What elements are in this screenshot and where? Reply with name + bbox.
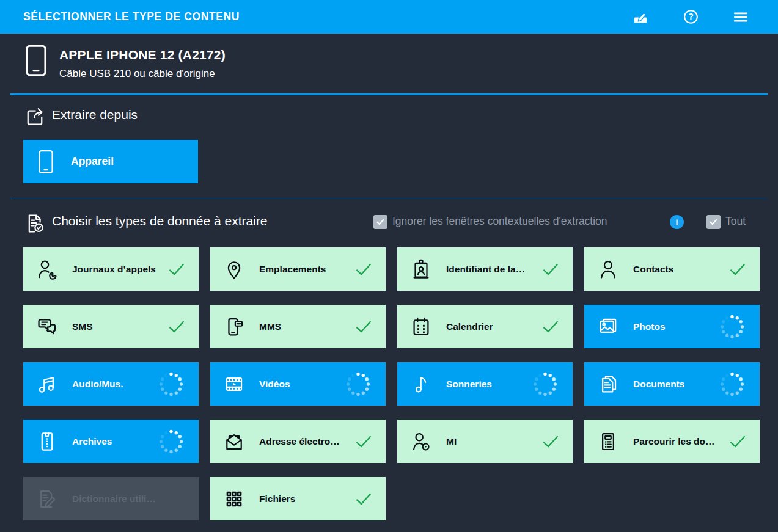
videos-icon bbox=[222, 373, 246, 396]
check-icon bbox=[168, 319, 185, 334]
check-icon bbox=[542, 434, 559, 449]
call-log-icon bbox=[35, 258, 59, 281]
files-icon bbox=[222, 487, 246, 511]
export-icon bbox=[23, 106, 46, 129]
loading-spinner bbox=[531, 370, 559, 398]
tile-dictionary: Dictionnaire utili… bbox=[23, 477, 199, 520]
browse-docs-icon bbox=[596, 430, 620, 453]
title-bar-actions: ? bbox=[631, 8, 750, 26]
loading-spinner bbox=[718, 370, 746, 398]
tile-label: SMS bbox=[72, 321, 93, 332]
device-id-icon bbox=[409, 258, 433, 281]
device-name: APPLE IPHONE 12 (A2172) bbox=[59, 48, 226, 62]
info-icon[interactable]: i bbox=[670, 215, 684, 229]
check-icon bbox=[729, 434, 746, 449]
check-icon bbox=[355, 262, 372, 277]
tile-label: Parcourir les do… bbox=[633, 436, 715, 447]
content-type-grid: Journaux d’appels Emplacements Identifia… bbox=[23, 247, 760, 520]
email-icon bbox=[222, 430, 246, 453]
tile-label: Dictionnaire utili… bbox=[72, 494, 156, 505]
tile-archives[interactable]: Archives bbox=[23, 420, 199, 463]
menu-icon[interactable] bbox=[732, 8, 750, 26]
photos-icon bbox=[596, 315, 620, 338]
check-icon bbox=[355, 434, 372, 449]
smartphone-icon bbox=[24, 43, 48, 78]
contacts-icon bbox=[596, 258, 620, 281]
check-icon bbox=[542, 319, 559, 334]
check-icon bbox=[542, 262, 559, 277]
tile-label: Vidéos bbox=[259, 379, 290, 390]
dictionary-icon bbox=[35, 487, 59, 511]
loading-spinner bbox=[344, 370, 372, 398]
smartphone-icon bbox=[37, 149, 55, 175]
svg-text:?: ? bbox=[688, 12, 694, 21]
tile-label: Contacts bbox=[633, 264, 673, 275]
loading-spinner bbox=[157, 370, 185, 398]
tile-documents[interactable]: Documents bbox=[584, 362, 760, 406]
tile-label: Sonneries bbox=[446, 379, 492, 390]
check-icon bbox=[729, 262, 746, 277]
documents-icon bbox=[596, 373, 620, 396]
tile-photos[interactable]: Photos bbox=[584, 305, 760, 348]
mms-icon bbox=[222, 315, 246, 338]
tile-files[interactable]: Fichiers bbox=[210, 477, 386, 520]
tile-contacts[interactable]: Contacts bbox=[584, 247, 760, 291]
help-icon[interactable]: ? bbox=[681, 8, 700, 26]
section-divider bbox=[10, 93, 768, 95]
check-icon bbox=[168, 262, 185, 277]
ringtones-icon bbox=[409, 373, 433, 396]
calendar-icon bbox=[409, 315, 433, 338]
title-bar: SÉLECTIONNER LE TYPE DE CONTENU ? bbox=[0, 0, 778, 34]
tile-label: Journaux d’appels bbox=[72, 264, 156, 275]
tile-call-log[interactable]: Journaux d’appels bbox=[23, 247, 199, 291]
tile-browse-docs[interactable]: Parcourir les do… bbox=[584, 420, 760, 463]
tile-label: Documents bbox=[633, 379, 684, 390]
source-device-label: Appareil bbox=[71, 155, 114, 168]
loading-spinner bbox=[718, 313, 746, 341]
tile-audio[interactable]: Audio/Mus. bbox=[23, 362, 199, 406]
tile-label: Photos bbox=[633, 321, 666, 332]
tile-mms[interactable]: MMS bbox=[210, 305, 386, 348]
tile-calendar[interactable]: Calendrier bbox=[397, 305, 573, 348]
write-report-icon[interactable] bbox=[631, 8, 650, 26]
tile-im[interactable]: MI bbox=[397, 420, 573, 463]
tile-label: Identifiant de la… bbox=[446, 264, 525, 275]
source-device-button[interactable]: Appareil bbox=[23, 140, 198, 183]
ignore-popups-checkbox[interactable] bbox=[373, 215, 387, 229]
section-divider bbox=[10, 199, 768, 199]
sms-icon bbox=[35, 315, 59, 338]
extract-from-heading: Extraire depuis bbox=[52, 107, 138, 122]
location-icon bbox=[222, 258, 246, 281]
tile-email[interactable]: Adresse électro… bbox=[210, 420, 386, 463]
tile-label: Audio/Mus. bbox=[72, 379, 123, 390]
audio-icon bbox=[35, 373, 59, 396]
loading-spinner bbox=[157, 428, 185, 456]
tile-device-id[interactable]: Identifiant de la… bbox=[397, 247, 573, 291]
data-types-heading: Choisir les types de donnée à extraire bbox=[52, 214, 268, 228]
tile-label: MI bbox=[446, 436, 457, 447]
tile-ringtones[interactable]: Sonneries bbox=[397, 362, 573, 406]
tile-label: MMS bbox=[259, 321, 281, 332]
archives-icon bbox=[35, 430, 59, 453]
tile-label: Adresse électro… bbox=[259, 436, 340, 447]
check-icon bbox=[355, 319, 372, 334]
page-title: SÉLECTIONNER LE TYPE DE CONTENU bbox=[23, 10, 240, 23]
tile-videos[interactable]: Vidéos bbox=[210, 362, 386, 406]
tile-label: Calendrier bbox=[446, 321, 493, 332]
im-icon bbox=[409, 430, 433, 453]
ignore-popups-label[interactable]: Ignorer les fenêtres contextuelles d'ext… bbox=[392, 215, 607, 228]
tile-label: Emplacements bbox=[259, 264, 326, 275]
device-cable-hint: Câble USB 210 ou câble d'origine bbox=[59, 68, 215, 80]
tile-label: Archives bbox=[72, 436, 112, 447]
select-all-checkbox[interactable] bbox=[706, 215, 721, 229]
tile-location[interactable]: Emplacements bbox=[210, 247, 386, 291]
doc-check-icon bbox=[23, 212, 46, 235]
select-all-label[interactable]: Tout bbox=[725, 215, 746, 228]
tile-label: Fichiers bbox=[259, 494, 295, 505]
check-icon bbox=[355, 492, 372, 506]
tile-sms[interactable]: SMS bbox=[23, 305, 199, 348]
